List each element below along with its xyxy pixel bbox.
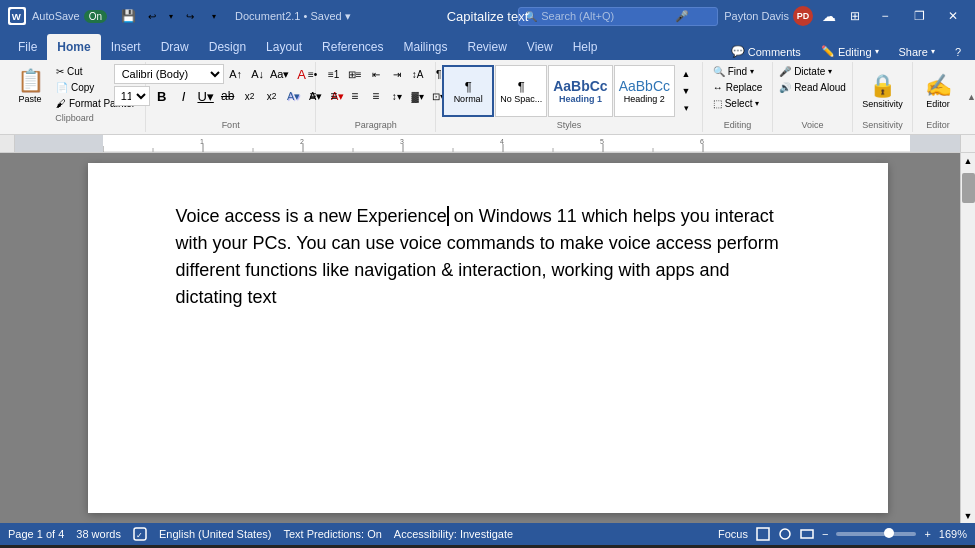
bullets-button[interactable]: ≡•	[303, 64, 323, 84]
zoom-thumb[interactable]	[884, 528, 894, 538]
font-label: Font	[152, 120, 309, 130]
restore-button[interactable]: ❐	[905, 2, 933, 30]
strikethrough-button[interactable]: ab	[218, 86, 238, 106]
editor-button[interactable]: ✍ Editor	[913, 64, 963, 118]
tab-view[interactable]: View	[517, 34, 563, 60]
word-count[interactable]: 38 words	[76, 528, 121, 540]
share-button[interactable]: Share ▾	[893, 44, 941, 60]
zoom-level[interactable]: 169%	[939, 528, 967, 540]
tab-references[interactable]: References	[312, 34, 393, 60]
style-heading1-label: Heading 1	[559, 94, 602, 104]
font-size-select[interactable]: 11	[114, 86, 150, 106]
read-aloud-button[interactable]: 🔊 Read Aloud	[775, 80, 850, 95]
help-context-button[interactable]: ?	[949, 44, 967, 60]
paste-button[interactable]: 📋 Paste	[10, 64, 50, 108]
svg-text:4: 4	[500, 138, 504, 145]
line-spacing-button[interactable]: ↕▾	[387, 86, 407, 106]
scroll-thumb[interactable]	[962, 173, 975, 203]
autosave-toggle[interactable]: On	[84, 10, 107, 23]
styles-scroll-down-button[interactable]: ▼	[676, 82, 696, 99]
focus-button[interactable]: Focus	[718, 528, 748, 540]
tab-design[interactable]: Design	[199, 34, 256, 60]
ruler-content[interactable]: 1 2 3 4 5 6	[103, 135, 910, 152]
track-changes-icon[interactable]: ✓	[133, 527, 147, 541]
search-input[interactable]	[541, 10, 671, 22]
subscript-button[interactable]: x2	[240, 86, 260, 106]
web-layout-icon[interactable]	[778, 527, 792, 541]
style-no-spacing[interactable]: ¶ No Spac...	[495, 65, 547, 117]
right-scrollbar[interactable]: ▲ ▼	[960, 153, 975, 523]
cloud-icon[interactable]: ☁	[819, 6, 839, 26]
copy-icon: 📄	[56, 82, 68, 93]
styles-scroll-up-button[interactable]: ▲	[676, 65, 696, 82]
underline-button[interactable]: U▾	[196, 86, 216, 106]
align-center-button[interactable]: ≡	[324, 86, 344, 106]
tab-insert[interactable]: Insert	[101, 34, 151, 60]
sensitivity-button[interactable]: 🔒 Sensitivity	[858, 64, 908, 118]
styles-expand-button[interactable]: ▾	[676, 100, 696, 117]
dictate-button[interactable]: 🎤 Dictate ▾	[775, 64, 850, 79]
tab-review[interactable]: Review	[458, 34, 517, 60]
language-status[interactable]: English (United States)	[159, 528, 272, 540]
user-avatar[interactable]: PD	[793, 6, 813, 26]
undo-dropdown-icon[interactable]: ▾	[165, 5, 177, 27]
doc-name: Document2.1 • Saved ▾	[235, 10, 351, 23]
select-button[interactable]: ⬚ Select ▾	[709, 96, 767, 111]
immersive-reader-icon[interactable]	[800, 527, 814, 541]
superscript-button[interactable]: x2	[262, 86, 282, 106]
justify-button[interactable]: ≡	[366, 86, 386, 106]
scroll-up-button[interactable]: ▲	[964, 153, 973, 168]
align-right-button[interactable]: ≡	[345, 86, 365, 106]
numbering-button[interactable]: ≡1	[324, 64, 344, 84]
grow-font-button[interactable]: A↑	[226, 64, 246, 84]
save-icon[interactable]: 💾	[117, 5, 139, 27]
redo-icon[interactable]: ↪	[179, 5, 201, 27]
italic-button[interactable]: I	[174, 86, 194, 106]
document-content[interactable]: Voice access is a new Experience on Wind…	[176, 203, 800, 311]
scroll-down-button[interactable]: ▼	[964, 508, 973, 523]
ribbon-display-icon[interactable]: ⊞	[845, 6, 865, 26]
find-button[interactable]: 🔍 Find ▾	[709, 64, 767, 79]
paragraph-label: Paragraph	[322, 120, 429, 130]
decrease-indent-button[interactable]: ⇤	[366, 64, 386, 84]
zoom-out-button[interactable]: −	[822, 528, 828, 540]
tab-home[interactable]: Home	[47, 34, 100, 60]
close-button[interactable]: ✕	[939, 2, 967, 30]
undo-icon[interactable]: ↩	[141, 5, 163, 27]
search-box[interactable]: 🔍 🎤	[518, 7, 718, 26]
text-predictions-status[interactable]: Text Predictions: On	[283, 528, 381, 540]
ribbon-collapse-button[interactable]: ▲	[963, 62, 975, 132]
page-count[interactable]: Page 1 of 4	[8, 528, 64, 540]
style-heading1[interactable]: AaBbCc Heading 1	[548, 65, 612, 117]
shading-button[interactable]: ▓▾	[408, 86, 428, 106]
zoom-in-button[interactable]: +	[924, 528, 930, 540]
tab-help[interactable]: Help	[563, 34, 608, 60]
ruler-right-margin	[910, 135, 960, 152]
bold-button[interactable]: B	[152, 86, 172, 106]
zoom-slider[interactable]	[836, 532, 916, 536]
shrink-font-button[interactable]: A↓	[248, 64, 268, 84]
replace-button[interactable]: ↔ Replace	[709, 80, 767, 95]
editor-group-label: Editor	[919, 120, 957, 130]
sort-button[interactable]: ↕A	[408, 64, 428, 84]
style-heading2[interactable]: AaBbCc Heading 2	[614, 65, 675, 117]
align-left-button[interactable]: ≡	[303, 86, 323, 106]
increase-indent-button[interactable]: ⇥	[387, 64, 407, 84]
tab-file[interactable]: File	[8, 34, 47, 60]
editing-button[interactable]: ✏️ Editing ▾	[815, 43, 885, 60]
tab-draw[interactable]: Draw	[151, 34, 199, 60]
document-page[interactable]: Voice access is a new Experience on Wind…	[88, 163, 888, 513]
tab-layout[interactable]: Layout	[256, 34, 312, 60]
multilevel-list-button[interactable]: ⊞≡	[345, 64, 365, 84]
change-case-button[interactable]: Aa▾	[270, 64, 290, 84]
accessibility-status[interactable]: Accessibility: Investigate	[394, 528, 513, 540]
print-layout-icon[interactable]	[756, 527, 770, 541]
ruler-left-marker	[0, 135, 15, 152]
customize-qat-icon[interactable]: ▾	[203, 5, 225, 27]
tab-mailings[interactable]: Mailings	[393, 34, 457, 60]
minimize-button[interactable]: −	[871, 2, 899, 30]
text-effects-button[interactable]: A▾	[284, 86, 304, 106]
font-name-select[interactable]: Calibri (Body)	[114, 64, 224, 84]
style-normal[interactable]: ¶ Normal	[442, 65, 494, 117]
comments-button[interactable]: 💬 Comments	[725, 43, 807, 60]
